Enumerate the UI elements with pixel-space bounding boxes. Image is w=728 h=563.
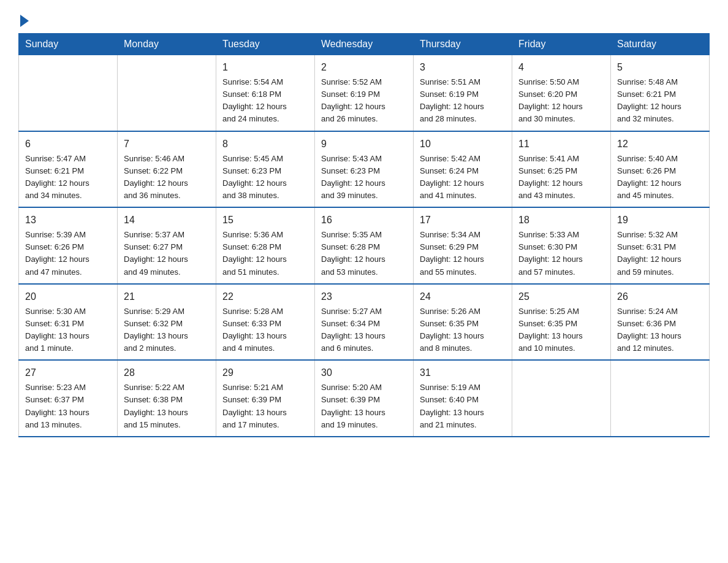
day-number: 24: [420, 289, 506, 304]
day-info: Sunrise: 5:25 AM Sunset: 6:35 PM Dayligh…: [518, 305, 604, 355]
day-info: Sunrise: 5:37 AM Sunset: 6:27 PM Dayligh…: [124, 229, 210, 278]
day-number: 11: [518, 137, 604, 151]
day-number: 16: [321, 213, 407, 228]
calendar-cell: 7Sunrise: 5:46 AM Sunset: 6:22 PM Daylig…: [118, 131, 216, 208]
day-number: 27: [25, 366, 111, 380]
calendar-cell: 17Sunrise: 5:34 AM Sunset: 6:29 PM Dayli…: [414, 207, 512, 284]
calendar-cell: 10Sunrise: 5:42 AM Sunset: 6:24 PM Dayli…: [414, 131, 512, 208]
day-info: Sunrise: 5:34 AM Sunset: 6:29 PM Dayligh…: [420, 229, 506, 278]
day-number: 1: [222, 60, 308, 75]
day-info: Sunrise: 5:27 AM Sunset: 6:34 PM Dayligh…: [321, 305, 407, 355]
calendar-cell: 27Sunrise: 5:23 AM Sunset: 6:37 PM Dayli…: [19, 360, 118, 437]
day-info: Sunrise: 5:28 AM Sunset: 6:33 PM Dayligh…: [222, 305, 308, 355]
day-number: 26: [617, 289, 703, 304]
calendar-cell: 16Sunrise: 5:35 AM Sunset: 6:28 PM Dayli…: [315, 207, 414, 284]
calendar-cell: 22Sunrise: 5:28 AM Sunset: 6:33 PM Dayli…: [216, 284, 315, 361]
day-number: 8: [222, 137, 308, 151]
calendar-cell: 20Sunrise: 5:30 AM Sunset: 6:31 PM Dayli…: [19, 284, 118, 361]
day-number: 22: [222, 289, 308, 304]
day-info: Sunrise: 5:36 AM Sunset: 6:28 PM Dayligh…: [222, 229, 308, 278]
weekday-header-sunday: Sunday: [19, 34, 118, 55]
calendar-cell: 19Sunrise: 5:32 AM Sunset: 6:31 PM Dayli…: [611, 207, 710, 284]
day-info: Sunrise: 5:35 AM Sunset: 6:28 PM Dayligh…: [321, 229, 407, 278]
calendar-cell: 5Sunrise: 5:48 AM Sunset: 6:21 PM Daylig…: [611, 55, 710, 131]
calendar-week-row: 20Sunrise: 5:30 AM Sunset: 6:31 PM Dayli…: [19, 284, 710, 361]
calendar-cell: 13Sunrise: 5:39 AM Sunset: 6:26 PM Dayli…: [19, 207, 118, 284]
calendar-cell: [611, 360, 710, 437]
day-info: Sunrise: 5:43 AM Sunset: 6:23 PM Dayligh…: [321, 153, 407, 202]
logo-arrow-icon: [20, 15, 29, 27]
day-number: 5: [617, 60, 703, 75]
day-number: 21: [124, 289, 210, 304]
day-info: Sunrise: 5:29 AM Sunset: 6:32 PM Dayligh…: [124, 305, 210, 355]
day-info: Sunrise: 5:40 AM Sunset: 6:26 PM Dayligh…: [617, 153, 703, 202]
day-number: 4: [518, 60, 604, 75]
calendar-cell: 9Sunrise: 5:43 AM Sunset: 6:23 PM Daylig…: [315, 131, 414, 208]
day-info: Sunrise: 5:21 AM Sunset: 6:39 PM Dayligh…: [222, 381, 308, 431]
calendar-cell: 26Sunrise: 5:24 AM Sunset: 6:36 PM Dayli…: [611, 284, 710, 361]
day-info: Sunrise: 5:24 AM Sunset: 6:36 PM Dayligh…: [617, 305, 703, 355]
day-number: 9: [321, 137, 407, 151]
day-number: 10: [420, 137, 506, 151]
day-info: Sunrise: 5:32 AM Sunset: 6:31 PM Dayligh…: [617, 229, 703, 278]
calendar-cell: [118, 55, 216, 131]
calendar-cell: 21Sunrise: 5:29 AM Sunset: 6:32 PM Dayli…: [118, 284, 216, 361]
weekday-header-tuesday: Tuesday: [216, 34, 315, 55]
calendar-table: SundayMondayTuesdayWednesdayThursdayFrid…: [18, 33, 710, 437]
calendar-cell: 1Sunrise: 5:54 AM Sunset: 6:18 PM Daylig…: [216, 55, 315, 131]
calendar-cell: 4Sunrise: 5:50 AM Sunset: 6:20 PM Daylig…: [512, 55, 611, 131]
day-info: Sunrise: 5:46 AM Sunset: 6:22 PM Dayligh…: [124, 153, 210, 202]
day-info: Sunrise: 5:48 AM Sunset: 6:21 PM Dayligh…: [617, 76, 703, 126]
day-info: Sunrise: 5:45 AM Sunset: 6:23 PM Dayligh…: [222, 153, 308, 202]
day-info: Sunrise: 5:20 AM Sunset: 6:39 PM Dayligh…: [321, 381, 407, 431]
page-header: [18, 12, 710, 27]
day-number: 7: [124, 137, 210, 151]
day-info: Sunrise: 5:26 AM Sunset: 6:35 PM Dayligh…: [420, 305, 506, 355]
calendar-cell: 18Sunrise: 5:33 AM Sunset: 6:30 PM Dayli…: [512, 207, 611, 284]
calendar-cell: 15Sunrise: 5:36 AM Sunset: 6:28 PM Dayli…: [216, 207, 315, 284]
day-info: Sunrise: 5:23 AM Sunset: 6:37 PM Dayligh…: [25, 381, 111, 431]
day-number: 15: [222, 213, 308, 228]
weekday-header-row: SundayMondayTuesdayWednesdayThursdayFrid…: [19, 34, 710, 55]
calendar-cell: 11Sunrise: 5:41 AM Sunset: 6:25 PM Dayli…: [512, 131, 611, 208]
calendar-cell: 24Sunrise: 5:26 AM Sunset: 6:35 PM Dayli…: [414, 284, 512, 361]
day-info: Sunrise: 5:41 AM Sunset: 6:25 PM Dayligh…: [518, 153, 604, 202]
calendar-cell: 23Sunrise: 5:27 AM Sunset: 6:34 PM Dayli…: [315, 284, 414, 361]
calendar-cell: 12Sunrise: 5:40 AM Sunset: 6:26 PM Dayli…: [611, 131, 710, 208]
day-info: Sunrise: 5:39 AM Sunset: 6:26 PM Dayligh…: [25, 229, 111, 278]
calendar-cell: 8Sunrise: 5:45 AM Sunset: 6:23 PM Daylig…: [216, 131, 315, 208]
calendar-week-row: 1Sunrise: 5:54 AM Sunset: 6:18 PM Daylig…: [19, 55, 710, 131]
calendar-cell: 31Sunrise: 5:19 AM Sunset: 6:40 PM Dayli…: [414, 360, 512, 437]
calendar-cell: [19, 55, 118, 131]
calendar-cell: 28Sunrise: 5:22 AM Sunset: 6:38 PM Dayli…: [118, 360, 216, 437]
calendar-cell: [512, 360, 611, 437]
day-number: 14: [124, 213, 210, 228]
calendar-cell: 29Sunrise: 5:21 AM Sunset: 6:39 PM Dayli…: [216, 360, 315, 437]
calendar-cell: 25Sunrise: 5:25 AM Sunset: 6:35 PM Dayli…: [512, 284, 611, 361]
day-number: 12: [617, 137, 703, 151]
day-number: 29: [222, 366, 308, 380]
day-info: Sunrise: 5:33 AM Sunset: 6:30 PM Dayligh…: [518, 229, 604, 278]
day-info: Sunrise: 5:30 AM Sunset: 6:31 PM Dayligh…: [25, 305, 111, 355]
weekday-header-thursday: Thursday: [414, 34, 512, 55]
weekday-header-monday: Monday: [118, 34, 216, 55]
day-number: 13: [25, 213, 111, 228]
day-number: 31: [420, 366, 506, 380]
day-info: Sunrise: 5:42 AM Sunset: 6:24 PM Dayligh…: [420, 153, 506, 202]
day-info: Sunrise: 5:22 AM Sunset: 6:38 PM Dayligh…: [124, 381, 210, 431]
day-number: 28: [124, 366, 210, 380]
day-number: 17: [420, 213, 506, 228]
calendar-week-row: 6Sunrise: 5:47 AM Sunset: 6:21 PM Daylig…: [19, 131, 710, 208]
day-number: 18: [518, 213, 604, 228]
calendar-cell: 3Sunrise: 5:51 AM Sunset: 6:19 PM Daylig…: [414, 55, 512, 131]
day-info: Sunrise: 5:19 AM Sunset: 6:40 PM Dayligh…: [420, 381, 506, 431]
day-number: 25: [518, 289, 604, 304]
calendar-cell: 30Sunrise: 5:20 AM Sunset: 6:39 PM Dayli…: [315, 360, 414, 437]
day-number: 6: [25, 137, 111, 151]
day-number: 19: [617, 213, 703, 228]
logo: [18, 12, 29, 27]
calendar-cell: 6Sunrise: 5:47 AM Sunset: 6:21 PM Daylig…: [19, 131, 118, 208]
day-number: 3: [420, 60, 506, 75]
day-info: Sunrise: 5:50 AM Sunset: 6:20 PM Dayligh…: [518, 76, 604, 126]
weekday-header-saturday: Saturday: [611, 34, 710, 55]
